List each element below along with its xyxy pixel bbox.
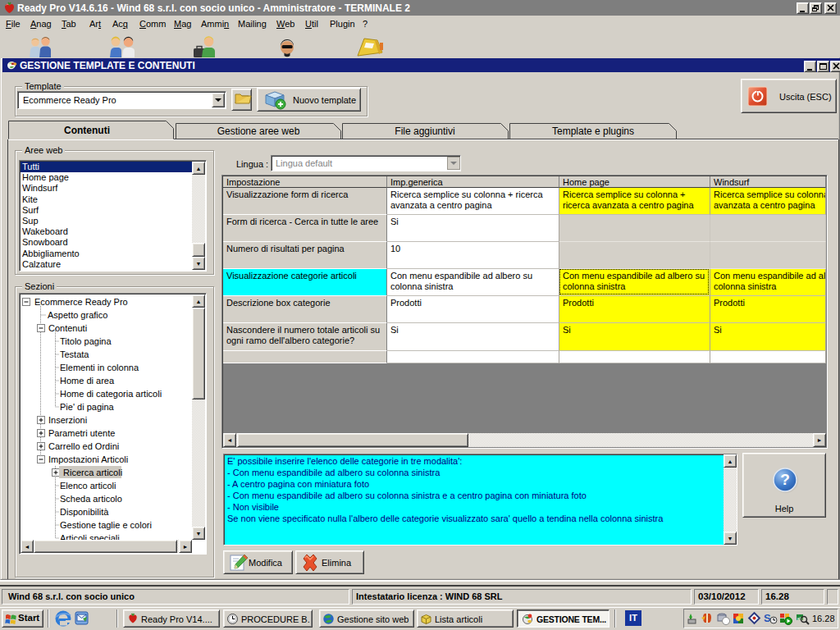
svg-text:?: ? (780, 471, 790, 488)
svg-text:Impostazioni Articoli: Impostazioni Articoli (48, 454, 128, 464)
svg-text:Elenco articoli: Elenco articoli (60, 481, 116, 491)
svg-text:Gestione aree web: Gestione aree web (217, 126, 300, 137)
svg-text:Contenuti: Contenuti (64, 125, 110, 136)
svg-text:Ricerca articoli: Ricerca articoli (63, 468, 122, 477)
svg-text:Scheda articolo: Scheda articolo (60, 494, 122, 504)
svg-text:Aspetto grafico: Aspetto grafico (48, 310, 107, 320)
svg-text:Titolo pagina: Titolo pagina (60, 336, 112, 346)
svg-text:Home di categoria articoli: Home di categoria articoli (60, 389, 162, 399)
svg-text:Parametri utente: Parametri utente (48, 428, 115, 438)
svg-text:Disponibilità: Disponibilità (60, 507, 109, 517)
svg-text:S: S (764, 612, 771, 624)
svg-text:Inserzioni: Inserzioni (48, 415, 87, 425)
svg-text:Articoli speciali: Articoli speciali (60, 533, 120, 540)
svg-text:Contenuti: Contenuti (48, 323, 87, 333)
svg-text:Template e plugins: Template e plugins (552, 126, 634, 137)
svg-text:ab: ab (797, 616, 803, 621)
svg-text:Carrello ed Ordini: Carrello ed Ordini (48, 441, 119, 451)
svg-text:Elementi in colonna: Elementi in colonna (60, 363, 139, 372)
svg-text:File aggiuntivi: File aggiuntivi (395, 126, 454, 137)
svg-text:Testata: Testata (60, 349, 89, 359)
svg-text:Ecommerce Ready Pro: Ecommerce Ready Pro (34, 297, 128, 307)
svg-text:Gestione taglie e colori: Gestione taglie e colori (60, 520, 152, 530)
svg-text:Home di area: Home di area (60, 376, 115, 386)
svg-text:Pie' di pagina: Pie' di pagina (60, 402, 115, 412)
